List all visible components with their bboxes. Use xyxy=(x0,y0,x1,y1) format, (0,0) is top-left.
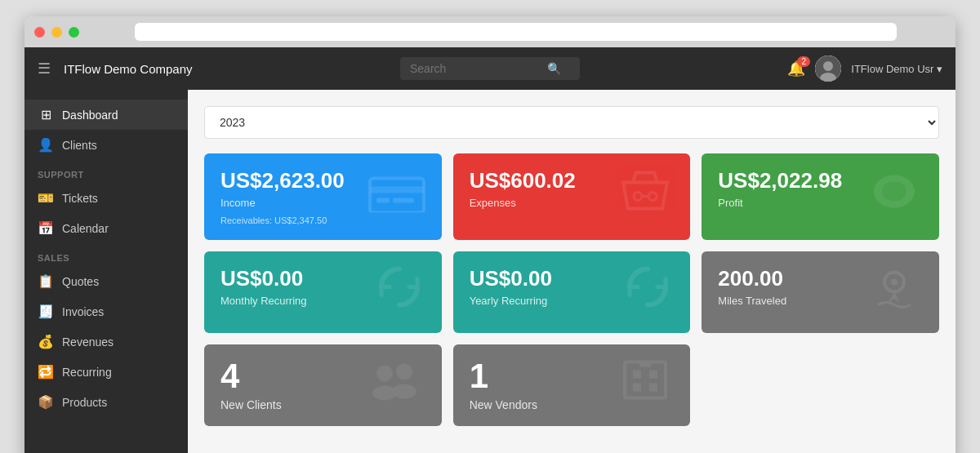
main-layout: ⊞ Dashboard 👤 Clients SUPPORT 🎫 Tickets … xyxy=(24,90,956,453)
sidebar-item-invoices[interactable]: 🧾 Invoices xyxy=(24,296,188,326)
clients-icon: 👤 xyxy=(38,137,54,153)
sidebar-item-recurring[interactable]: 🔁 Recurring xyxy=(24,357,188,387)
sidebar-label-dashboard: Dashboard xyxy=(62,109,118,122)
invoices-icon: 🧾 xyxy=(38,304,54,319)
sidebar-label-recurring: Recurring xyxy=(62,366,112,379)
yearly-icon xyxy=(621,261,674,324)
svg-point-15 xyxy=(392,384,416,399)
sidebar-item-dashboard[interactable]: ⊞ Dashboard xyxy=(24,100,188,130)
sidebar-label-clients: Clients xyxy=(62,139,97,152)
notification-badge: 2 xyxy=(797,56,810,67)
title-bar xyxy=(24,16,956,47)
svg-rect-5 xyxy=(376,198,390,203)
app-window: ☰ ITFlow Demo Company 🔍 🔔 2 ITFlow Demo … xyxy=(24,16,956,453)
sidebar-item-revenues[interactable]: 💰 Revenues xyxy=(24,326,188,357)
sidebar: ⊞ Dashboard 👤 Clients SUPPORT 🎫 Tickets … xyxy=(24,90,188,453)
svg-rect-20 xyxy=(649,384,657,392)
sidebar-label-revenues: Revenues xyxy=(62,335,114,349)
sidebar-item-products[interactable]: 📦 Products xyxy=(24,387,188,417)
svg-point-7 xyxy=(634,193,642,201)
year-select[interactable]: 2023 2022 2021 2020 xyxy=(204,106,939,139)
search-icon: 🔍 xyxy=(547,62,561,75)
nav-right: 🔔 2 ITFlow Demo Usr ▾ xyxy=(779,56,942,82)
products-icon: 📦 xyxy=(38,394,54,410)
app-container: ☰ ITFlow Demo Company 🔍 🔔 2 ITFlow Demo … xyxy=(24,47,956,453)
yearly-recurring-card[interactable]: US$0.00 Yearly Recurring xyxy=(453,251,691,333)
svg-point-12 xyxy=(376,366,393,382)
calendar-icon: 📅 xyxy=(38,220,54,236)
svg-rect-3 xyxy=(370,179,424,213)
svg-point-11 xyxy=(891,279,898,286)
sidebar-label-quotes: Quotes xyxy=(62,275,99,288)
vendors-icon xyxy=(617,356,674,415)
svg-rect-16 xyxy=(625,362,666,398)
miles-icon xyxy=(866,263,923,322)
svg-rect-18 xyxy=(649,371,657,379)
sidebar-label-calendar: Calendar xyxy=(62,222,109,235)
address-bar[interactable] xyxy=(135,23,897,41)
profit-card[interactable]: US$2,022.98 Profit xyxy=(702,153,939,240)
hamburger-button[interactable]: ☰ xyxy=(38,60,51,78)
sidebar-label-invoices: Invoices xyxy=(62,305,104,318)
new-clients-card[interactable]: 4 New Clients xyxy=(204,344,442,426)
clients-icon xyxy=(367,359,425,412)
income-icon xyxy=(368,171,425,224)
svg-point-8 xyxy=(648,193,657,201)
company-name: ITFlow Demo Company xyxy=(64,62,193,76)
monthly-icon xyxy=(373,261,425,324)
tickets-icon: 🎫 xyxy=(38,190,54,206)
dashboard-icon: ⊞ xyxy=(38,107,54,122)
svg-rect-6 xyxy=(393,198,414,203)
svg-point-1 xyxy=(823,61,833,71)
avatar xyxy=(815,56,841,82)
top-nav: ☰ ITFlow Demo Company 🔍 🔔 2 ITFlow Demo … xyxy=(24,47,956,90)
svg-rect-4 xyxy=(370,187,424,193)
minimize-button[interactable] xyxy=(51,27,62,38)
revenues-icon: 💰 xyxy=(38,334,54,349)
sidebar-section-support: SUPPORT xyxy=(24,160,188,183)
nav-center: 🔍 xyxy=(214,57,766,80)
miles-card[interactable]: 200.00 Miles Traveled xyxy=(702,251,939,333)
sidebar-label-products: Products xyxy=(62,396,107,409)
quotes-icon: 📋 xyxy=(38,273,54,289)
new-vendors-card[interactable]: 1 New Vendors xyxy=(453,344,691,426)
expenses-card[interactable]: US$600.02 Expenses xyxy=(453,153,691,240)
dashboard-grid: US$2,623.00 Income Receivables: US$2,347… xyxy=(204,153,939,426)
svg-rect-21 xyxy=(639,362,651,367)
income-card[interactable]: US$2,623.00 Income Receivables: US$2,347… xyxy=(204,153,442,240)
sidebar-item-tickets[interactable]: 🎫 Tickets xyxy=(24,183,188,213)
maximize-button[interactable] xyxy=(69,27,79,38)
sidebar-item-clients[interactable]: 👤 Clients xyxy=(24,130,188,160)
search-input[interactable] xyxy=(410,62,541,75)
notification-bell[interactable]: 🔔 2 xyxy=(787,60,805,78)
user-label[interactable]: ITFlow Demo Usr ▾ xyxy=(851,63,942,75)
sidebar-section-sales: SALES xyxy=(24,243,188,266)
sidebar-item-quotes[interactable]: 📋 Quotes xyxy=(24,266,188,296)
svg-rect-17 xyxy=(633,371,641,379)
svg-rect-19 xyxy=(633,384,641,392)
sidebar-item-calendar[interactable]: 📅 Calendar xyxy=(24,213,188,243)
expenses-icon xyxy=(617,168,674,226)
monthly-recurring-card[interactable]: US$0.00 Monthly Recurring xyxy=(204,251,442,333)
recurring-icon: 🔁 xyxy=(38,364,54,380)
close-button[interactable] xyxy=(34,27,45,38)
sidebar-label-tickets: Tickets xyxy=(62,192,98,205)
profit-icon xyxy=(866,167,923,227)
svg-point-14 xyxy=(396,364,412,380)
search-box: 🔍 xyxy=(400,57,580,80)
nav-left: ☰ ITFlow Demo Company xyxy=(38,60,201,78)
content-area: 2023 2022 2021 2020 US$2,623.00 Income R… xyxy=(188,90,956,453)
